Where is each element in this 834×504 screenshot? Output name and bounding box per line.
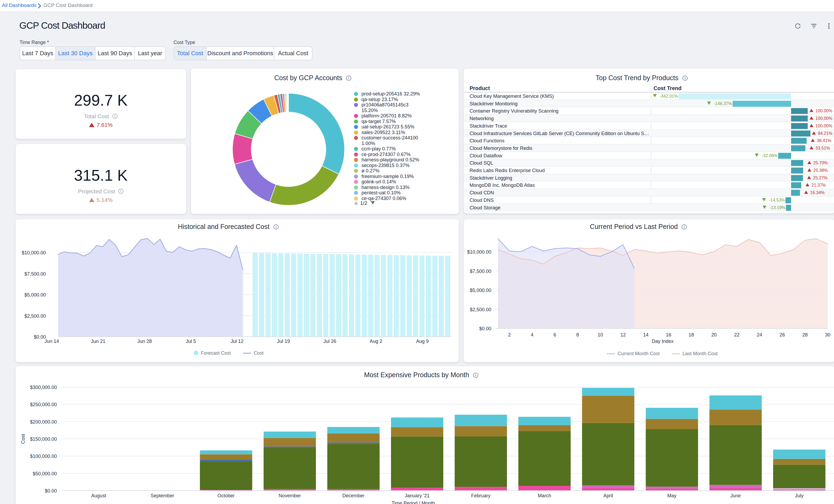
svg-text:$2,500.00: $2,500.00: [24, 313, 46, 319]
svg-text:$2,500.00: $2,500.00: [470, 307, 491, 312]
svg-text:20: 20: [711, 332, 717, 337]
svg-text:10: 10: [598, 332, 603, 337]
svg-text:$0.00: $0.00: [45, 488, 57, 494]
svg-text:$50,000.00: $50,000.00: [33, 471, 57, 476]
svg-text:18: 18: [689, 332, 694, 337]
svg-text:January '21: January '21: [405, 493, 430, 498]
svg-text:Cost: Cost: [20, 434, 26, 444]
svg-text:Jun 21: Jun 21: [91, 338, 105, 344]
svg-text:4: 4: [531, 332, 533, 337]
svg-text:August: August: [91, 493, 106, 498]
svg-text:Jul 26: Jul 26: [323, 338, 336, 344]
svg-text:February: February: [471, 493, 490, 498]
svg-text:$5,000.00: $5,000.00: [24, 292, 46, 298]
svg-text:Aug 2: Aug 2: [370, 338, 382, 344]
svg-text:24: 24: [757, 332, 762, 337]
svg-text:12: 12: [620, 332, 626, 337]
svg-text:March: March: [538, 493, 551, 498]
svg-text:Jul 19: Jul 19: [277, 338, 290, 344]
svg-text:April: April: [603, 493, 613, 498]
svg-text:June: June: [730, 493, 741, 498]
svg-text:$300,000.00: $300,000.00: [30, 385, 57, 390]
svg-text:Aug 9: Aug 9: [416, 338, 429, 344]
svg-text:28: 28: [803, 332, 808, 337]
svg-text:$7,500.00: $7,500.00: [470, 269, 491, 274]
svg-text:Jun 28: Jun 28: [137, 338, 152, 344]
svg-text:26: 26: [780, 332, 785, 337]
svg-text:October: October: [218, 493, 235, 498]
svg-text:2: 2: [508, 332, 511, 337]
svg-text:30: 30: [825, 332, 831, 337]
svg-text:Day Index: Day Index: [652, 338, 673, 344]
svg-text:November: November: [279, 493, 301, 498]
svg-text:$10,000.00: $10,000.00: [467, 249, 491, 255]
svg-text:$10,000.00: $10,000.00: [22, 250, 46, 256]
svg-text:$7,500.00: $7,500.00: [24, 271, 46, 277]
svg-text:$0.00: $0.00: [479, 326, 491, 331]
svg-text:$100,000.00: $100,000.00: [30, 454, 57, 459]
svg-text:$250,000.00: $250,000.00: [30, 402, 57, 407]
svg-text:September: September: [150, 493, 174, 498]
svg-text:Jun 14: Jun 14: [45, 338, 59, 344]
svg-text:Jul 5: Jul 5: [186, 338, 196, 344]
svg-text:July: July: [795, 493, 804, 498]
svg-text:$0.00: $0.00: [34, 334, 46, 339]
svg-text:$200,000.00: $200,000.00: [30, 419, 57, 425]
svg-text:December: December: [342, 493, 365, 498]
svg-text:May: May: [667, 493, 676, 498]
svg-text:$150,000.00: $150,000.00: [30, 436, 57, 442]
svg-text:6: 6: [553, 332, 556, 337]
svg-text:22: 22: [734, 332, 739, 337]
svg-text:$5,000.00: $5,000.00: [470, 288, 491, 293]
svg-text:Jul 12: Jul 12: [231, 338, 243, 344]
svg-text:14: 14: [643, 332, 649, 337]
svg-text:16: 16: [666, 332, 671, 337]
svg-text:8: 8: [576, 332, 579, 337]
